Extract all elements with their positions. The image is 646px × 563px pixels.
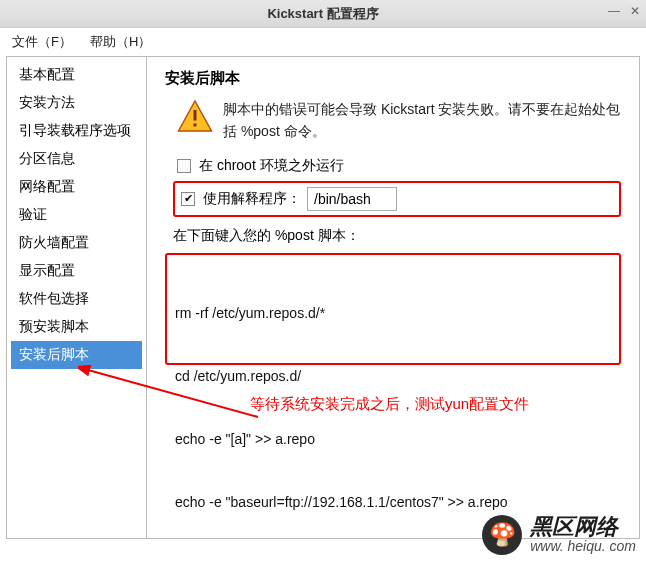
sidebar-item-bootloader[interactable]: 引导装载程序选项 <box>11 117 142 145</box>
sidebar-item-post-script[interactable]: 安装后脚本 <box>11 341 142 369</box>
interpreter-row: ✔ 使用解释程序： <box>173 181 621 217</box>
menu-file[interactable]: 文件（F） <box>12 33 72 51</box>
content: 安装后脚本 脚本中的错误可能会导致 Kickstart 安装失败。请不要在起始处… <box>147 57 639 538</box>
script-line: echo -e "baseurl=ftp://192.168.1.1/cento… <box>175 492 611 513</box>
interpreter-checkbox[interactable]: ✔ <box>181 192 195 206</box>
watermark-sub: www. heiqu. com <box>530 539 636 554</box>
sidebar-item-install-method[interactable]: 安装方法 <box>11 89 142 117</box>
warning-text: 脚本中的错误可能会导致 Kickstart 安装失败。请不要在起始处包括 %po… <box>223 98 621 143</box>
sidebar-item-basic[interactable]: 基本配置 <box>11 61 142 89</box>
close-icon[interactable]: ✕ <box>630 4 640 18</box>
minimize-icon[interactable]: — <box>608 4 620 18</box>
sidebar-item-firewall[interactable]: 防火墙配置 <box>11 229 142 257</box>
sidebar-item-pre-script[interactable]: 预安装脚本 <box>11 313 142 341</box>
interpreter-input[interactable] <box>307 187 397 211</box>
menu-help[interactable]: 帮助（H） <box>90 33 151 51</box>
annotation-text: 等待系统安装完成之后，测试yun配置文件 <box>250 395 529 414</box>
script-line: cd /etc/yum.repos.d/ <box>175 366 611 387</box>
sidebar-item-partition[interactable]: 分区信息 <box>11 145 142 173</box>
watermark: 🍄 黑区网络 www. heiqu. com <box>482 515 636 555</box>
svg-rect-1 <box>194 110 197 121</box>
warning-row: 脚本中的错误可能会导致 Kickstart 安装失败。请不要在起始处包括 %po… <box>177 98 621 143</box>
sidebar: 基本配置 安装方法 引导装载程序选项 分区信息 网络配置 验证 防火墙配置 显示… <box>7 57 147 538</box>
svg-rect-2 <box>194 124 197 127</box>
chroot-checkbox[interactable] <box>177 159 191 173</box>
body: 基本配置 安装方法 引导装载程序选项 分区信息 网络配置 验证 防火墙配置 显示… <box>6 56 640 539</box>
watermark-main: 黑区网络 <box>530 515 636 539</box>
sidebar-item-packages[interactable]: 软件包选择 <box>11 285 142 313</box>
window-controls: — ✕ <box>608 4 640 18</box>
titlebar: Kickstart 配置程序 — ✕ <box>0 0 646 28</box>
script-line: echo -e "[a]" >> a.repo <box>175 429 611 450</box>
menubar: 文件（F） 帮助（H） <box>0 28 646 56</box>
sidebar-item-network[interactable]: 网络配置 <box>11 173 142 201</box>
sidebar-item-display[interactable]: 显示配置 <box>11 257 142 285</box>
chroot-row: 在 chroot 环境之外运行 <box>177 157 621 175</box>
script-label: 在下面键入您的 %post 脚本： <box>173 227 621 245</box>
interpreter-label: 使用解释程序： <box>203 190 301 208</box>
warning-icon <box>177 98 213 137</box>
sidebar-item-auth[interactable]: 验证 <box>11 201 142 229</box>
watermark-text: 黑区网络 www. heiqu. com <box>530 515 636 555</box>
script-textarea[interactable]: rm -rf /etc/yum.repos.d/* cd /etc/yum.re… <box>165 253 621 365</box>
chroot-label: 在 chroot 环境之外运行 <box>199 157 344 175</box>
script-line: rm -rf /etc/yum.repos.d/* <box>175 303 611 324</box>
watermark-icon: 🍄 <box>482 515 522 555</box>
window-title: Kickstart 配置程序 <box>267 5 378 23</box>
page-title: 安装后脚本 <box>165 69 621 88</box>
